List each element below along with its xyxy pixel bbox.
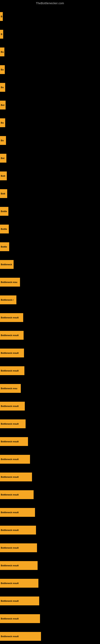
bar-row: Bottleneck result bbox=[0, 574, 100, 592]
bar-label: Bottleneck bbox=[1, 263, 12, 266]
bar-label: Bottleneck result bbox=[1, 546, 19, 549]
bar-row: Bottleneck result bbox=[0, 450, 100, 468]
bar-label: Bottleneck result bbox=[1, 334, 19, 336]
bar-label: Bo bbox=[1, 139, 4, 142]
bar-row: Bo bbox=[0, 43, 100, 61]
bar-row: Bottle bbox=[0, 202, 100, 220]
bar-label: Bottleneck result bbox=[1, 422, 19, 425]
bar-label: B bbox=[1, 15, 2, 18]
bar-row: Bottleneck result bbox=[0, 326, 100, 344]
bar-label: Bottleneck result bbox=[1, 316, 19, 319]
bar-row: B bbox=[0, 8, 100, 25]
bar-row: Bot bbox=[0, 96, 100, 114]
bar-label: Bottleneck resu bbox=[1, 281, 17, 283]
bar-label: Bottle bbox=[1, 246, 7, 248]
bar-item: Bottleneck result bbox=[0, 348, 24, 358]
bar-row: Bo bbox=[0, 78, 100, 96]
bar-item: Bot bbox=[0, 154, 6, 162]
bar-row: Bottleneck result bbox=[0, 610, 100, 628]
bar-label: B bbox=[1, 33, 2, 36]
site-title: TheBottlenecker.com bbox=[0, 0, 100, 6]
bar-item: Bottleneck result bbox=[0, 632, 41, 641]
bar-label: Bottleneck result bbox=[1, 600, 19, 602]
bar-row: Bottleneck result bbox=[0, 628, 100, 644]
bar-item: B bbox=[0, 12, 3, 21]
bar-row: Bo bbox=[0, 132, 100, 149]
bar-row: B bbox=[0, 25, 100, 43]
bar-item: Bott bbox=[0, 189, 7, 198]
bar-label: Bottleneck result bbox=[1, 582, 19, 584]
bar-item: Bottleneck bbox=[0, 260, 14, 269]
bar-item: Bo bbox=[0, 48, 4, 56]
bar-label: Bottleneck result bbox=[1, 529, 19, 531]
bar-item: Bottleneck result bbox=[0, 402, 25, 410]
bar-item: Bottle bbox=[0, 207, 8, 216]
bar-item: Bottleneck result bbox=[0, 472, 32, 482]
bar-row: Bottleneck resu bbox=[0, 380, 100, 397]
bar-item: Bottleneck result bbox=[0, 561, 38, 570]
bar-row: Bottleneck bbox=[0, 256, 100, 273]
bar-label: Bo bbox=[1, 68, 4, 71]
bar-label: Bottle bbox=[1, 228, 7, 230]
bar-label: Bottle bbox=[1, 210, 7, 212]
bar-row: Bottleneck result bbox=[0, 397, 100, 415]
bar-item: Bott bbox=[0, 172, 7, 180]
bar-item: Bottleneck result bbox=[0, 526, 36, 534]
bar-label: Bottleneck result bbox=[1, 370, 19, 372]
bar-item: Bo bbox=[0, 136, 6, 145]
bar-label: Bottleneck result bbox=[1, 458, 19, 460]
bar-label: Bottleneck result bbox=[1, 618, 19, 620]
bar-item: Bottleneck result bbox=[0, 596, 39, 605]
bar-label: Bottleneck resu bbox=[1, 387, 17, 390]
bar-row: Bottleneck resu bbox=[0, 273, 100, 291]
bar-label: Bottleneck result bbox=[1, 511, 19, 514]
bar-row: Bottle bbox=[0, 220, 100, 238]
bar-row: Bott bbox=[0, 167, 100, 185]
bar-item: Bot bbox=[0, 100, 6, 110]
bar-label: Bo bbox=[1, 86, 4, 88]
bar-label: Bottleneck result bbox=[1, 440, 19, 443]
bar-label: Bott bbox=[1, 192, 5, 195]
bar-row: Bottleneck r bbox=[0, 291, 100, 309]
bar-item: Bottleneck r bbox=[0, 296, 16, 304]
bar-label: Bo bbox=[1, 122, 4, 124]
bar-item: Bottleneck resu bbox=[0, 384, 21, 393]
bar-item: Bottleneck result bbox=[0, 313, 23, 322]
bar-item: Bottleneck result bbox=[0, 544, 37, 552]
bar-item: B bbox=[0, 30, 3, 39]
bar-item: Bottleneck result bbox=[0, 455, 30, 464]
bar-label: Bottleneck result bbox=[1, 476, 19, 478]
bar-row: Bottleneck result bbox=[0, 362, 100, 380]
bar-label: Bottleneck r bbox=[1, 299, 14, 301]
bar-label: Bottleneck result bbox=[1, 564, 19, 567]
bar-item: Bottleneck result bbox=[0, 420, 26, 428]
bar-item: Bottleneck result bbox=[0, 366, 24, 375]
bar-item: Bo bbox=[0, 83, 5, 92]
bar-row: Bottleneck result bbox=[0, 344, 100, 362]
bar-label: Bot bbox=[1, 157, 4, 160]
bar-row: Bo bbox=[0, 61, 100, 78]
bar-item: Bottleneck result bbox=[0, 331, 24, 340]
bars-container: BBBoBoBoBotBoBoBotBottBottBottleBottleBo… bbox=[0, 6, 100, 644]
bar-label: Bo bbox=[1, 51, 4, 53]
bar-row: Bott bbox=[0, 185, 100, 202]
bar-item: Bottleneck result bbox=[0, 579, 38, 588]
bar-label: Bottleneck result bbox=[1, 405, 19, 407]
bar-row: Bottleneck result bbox=[0, 468, 100, 486]
bar-row: Bottleneck result bbox=[0, 504, 100, 521]
bar-row: Bottleneck result bbox=[0, 415, 100, 433]
bar-item: Bottle bbox=[0, 224, 9, 234]
bar-item: Bottleneck result bbox=[0, 490, 34, 499]
bar-label: Bottleneck result bbox=[1, 635, 19, 638]
bar-row: Bottleneck result bbox=[0, 433, 100, 450]
bar-row: Bottleneck result bbox=[0, 539, 100, 557]
bar-row: Bottleneck result bbox=[0, 486, 100, 504]
bar-row: Bottle bbox=[0, 238, 100, 256]
bar-label: Bottleneck result bbox=[1, 494, 19, 496]
bar-row: Bot bbox=[0, 149, 100, 167]
bar-item: Bottleneck result bbox=[0, 614, 40, 623]
bar-item: Bottleneck resu bbox=[0, 278, 20, 286]
bar-row: Bottleneck result bbox=[0, 592, 100, 610]
bar-item: Bottle bbox=[0, 242, 9, 251]
bar-item: Bo bbox=[0, 118, 5, 127]
